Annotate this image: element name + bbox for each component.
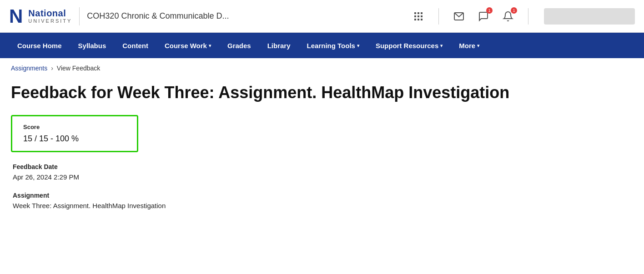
feedback-date-value: Apr 26, 2024 2:29 PM xyxy=(13,173,633,181)
bell-badge: 1 xyxy=(511,7,517,14)
nav-item-grades[interactable]: Grades xyxy=(219,33,259,58)
nav-item-more[interactable]: More ▾ xyxy=(451,33,488,58)
bell-icon-button[interactable]: 1 xyxy=(500,8,516,25)
support-resources-chevron: ▾ xyxy=(440,43,443,48)
score-card: Score 15 / 15 - 100 % xyxy=(11,115,138,152)
svg-rect-0 xyxy=(414,12,416,14)
score-label: Score xyxy=(23,124,126,130)
top-header: N National University COH320 Chronic & C… xyxy=(0,0,644,33)
chat-badge: 1 xyxy=(486,7,493,14)
feedback-date-label: Feedback Date xyxy=(13,163,633,170)
score-value: 15 / 15 - 100 % xyxy=(23,134,126,144)
main-content: Feedback for Week Three: Assignment. Hea… xyxy=(0,78,644,239)
nav-item-course-home[interactable]: Course Home xyxy=(9,33,70,58)
assignment-section: Assignment Week Three: Assignment. Healt… xyxy=(11,192,633,209)
breadcrumb-assignments-link[interactable]: Assignments xyxy=(11,65,47,72)
feedback-date-section: Feedback Date Apr 26, 2024 2:29 PM xyxy=(11,163,633,181)
breadcrumb-current: View Feedback xyxy=(57,65,100,72)
assignment-value: Week Three: Assignment. HealthMap Invest… xyxy=(13,202,633,209)
learning-tools-chevron: ▾ xyxy=(357,43,359,48)
assignment-label: Assignment xyxy=(13,192,633,199)
nav-item-learning-tools[interactable]: Learning Tools ▾ xyxy=(299,33,367,58)
logo-area: N National University xyxy=(9,7,72,26)
logo-text: National University xyxy=(28,8,72,24)
svg-rect-8 xyxy=(421,19,423,20)
svg-rect-1 xyxy=(418,12,419,14)
grid-icon-button[interactable] xyxy=(410,8,427,25)
svg-rect-4 xyxy=(418,15,419,17)
course-work-chevron: ▾ xyxy=(209,43,211,48)
nav-item-content[interactable]: Content xyxy=(114,33,156,58)
nav-bar: Course Home Syllabus Content Course Work… xyxy=(0,33,644,58)
icons-divider xyxy=(438,8,439,25)
header-icons: 1 1 xyxy=(410,8,635,25)
svg-rect-2 xyxy=(421,12,423,14)
more-chevron: ▾ xyxy=(477,43,479,48)
breadcrumb-separator: › xyxy=(51,65,53,72)
nav-item-syllabus[interactable]: Syllabus xyxy=(70,33,115,58)
page-title: Feedback for Week Three: Assignment. Hea… xyxy=(11,83,633,102)
svg-rect-6 xyxy=(414,19,416,20)
logo-national: National xyxy=(28,8,72,18)
nav-item-course-work[interactable]: Course Work ▾ xyxy=(156,33,219,58)
logo-university: University xyxy=(28,18,72,24)
mail-icon-button[interactable] xyxy=(451,8,467,25)
logo-n-letter: N xyxy=(9,7,23,26)
svg-rect-5 xyxy=(421,15,423,17)
nav-item-library[interactable]: Library xyxy=(259,33,299,58)
course-title: COH320 Chronic & Communicable D... xyxy=(87,11,410,21)
svg-rect-3 xyxy=(414,15,416,17)
nav-item-support-resources[interactable]: Support Resources ▾ xyxy=(367,33,451,58)
chat-icon-button[interactable]: 1 xyxy=(475,8,492,25)
svg-rect-7 xyxy=(418,19,419,20)
profile-area[interactable] xyxy=(544,8,635,25)
icons-divider-2 xyxy=(528,8,528,25)
header-divider xyxy=(79,7,80,25)
breadcrumb: Assignments › View Feedback xyxy=(0,58,644,78)
